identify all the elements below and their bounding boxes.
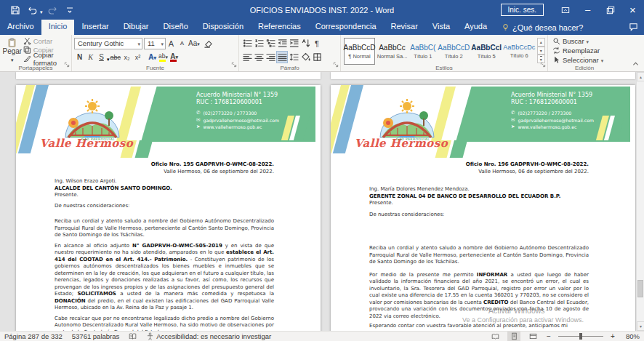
paste-button[interactable]: Pegar: [2, 36, 23, 63]
scroll-up-icon[interactable]: [637, 72, 644, 81]
zoom-out-button[interactable]: −: [545, 332, 552, 340]
font-dialog-launcher-icon[interactable]: [231, 57, 237, 71]
font-name-combo[interactable]: Century Gothic: [74, 38, 142, 49]
tab-dibujar[interactable]: Dibujar: [116, 20, 156, 35]
paragraph[interactable]: Esperando contar con vuestra favorable a…: [369, 323, 589, 330]
undo-icon[interactable]: [25, 2, 41, 18]
tab-ayuda[interactable]: Ayuda: [457, 20, 494, 35]
highlight-button[interactable]: ab: [158, 52, 169, 63]
text-effects-button[interactable]: A: [147, 52, 158, 63]
tab-disposicion[interactable]: Disposición: [196, 20, 251, 35]
salutation[interactable]: De nuestras consideraciones:: [55, 203, 274, 210]
cut-button[interactable]: Cortar: [23, 37, 69, 46]
recipient-block[interactable]: Ing. Wilson Erazo Argoti. ALCALDE DEL CA…: [55, 178, 274, 199]
proofing-status-icon[interactable]: [129, 332, 137, 340]
bullets-icon[interactable]: [241, 37, 253, 49]
justify-icon[interactable]: [276, 51, 288, 63]
increase-indent-icon[interactable]: [288, 37, 299, 49]
vertical-scrollbar[interactable]: [636, 72, 644, 331]
style-titulo-2[interactable]: AaBbCcD Título 2: [438, 38, 470, 65]
restore-button[interactable]: [599, 0, 621, 20]
shading-icon[interactable]: [299, 51, 311, 63]
superscript-button[interactable]: x²: [132, 52, 143, 63]
page-indicator[interactable]: Página 287 de 332: [4, 332, 63, 340]
paragraph-dialog-launcher-icon[interactable]: [333, 57, 339, 71]
sort-icon[interactable]: [299, 37, 311, 49]
salutation[interactable]: De nuestras consideraciones:: [369, 212, 589, 219]
borders-icon[interactable]: [311, 51, 323, 63]
recipient-block[interactable]: Ing. María Dolores Menendez Mendoza. GER…: [369, 186, 589, 207]
subscript-button[interactable]: x₂: [121, 52, 132, 63]
comments-icon[interactable]: [629, 20, 644, 35]
style-normal-sa[interactable]: AaBbCc Normal Sa...: [377, 38, 408, 65]
decrease-indent-icon[interactable]: [276, 37, 288, 49]
tab-archivo[interactable]: Archivo: [0, 20, 41, 35]
styles-scroll-up-icon[interactable]: [537, 38, 545, 47]
shrink-font-button[interactable]: A: [177, 38, 188, 49]
replace-button[interactable]: Reemplazar: [550, 46, 619, 55]
paragraph[interactable]: Cabe recalcar que por no encontrarse leg…: [55, 316, 274, 332]
save-icon[interactable]: [7, 2, 23, 18]
oficio-header[interactable]: Oficio Nro. 196 GADPRVH-O-WMC-08-2022. V…: [369, 161, 589, 175]
tab-correspondencia[interactable]: Correspondencia: [308, 20, 384, 35]
close-button[interactable]: [621, 0, 644, 20]
paragraph[interactable]: Por medio de la presente me permito INFO…: [369, 272, 589, 321]
style-titulo-1[interactable]: AaBbC( Título 1: [409, 38, 437, 65]
styles-dialog-launcher-icon[interactable]: [540, 57, 546, 71]
underline-button[interactable]: S: [96, 52, 107, 63]
font-color-button[interactable]: A: [169, 52, 180, 63]
multilevel-list-icon[interactable]: [265, 37, 276, 49]
style-normal[interactable]: AaBbCcD ¶ Normal: [344, 38, 375, 65]
redo-icon[interactable]: [44, 2, 60, 18]
paragraph[interactable]: Reciba un cordial y atento saludo a nomb…: [55, 218, 274, 239]
italic-button[interactable]: K: [85, 52, 96, 63]
document-canvas[interactable]: Acuerdo Ministerial N° 1359 RUC : 176812…: [0, 72, 644, 331]
ribbon-display-options-icon[interactable]: [554, 0, 576, 20]
zoom-slider[interactable]: [558, 332, 603, 341]
customize-qat-icon[interactable]: [62, 2, 78, 18]
web-layout-view-icon[interactable]: [526, 332, 539, 341]
line-spacing-icon[interactable]: [288, 51, 299, 63]
style-titulo-5[interactable]: AaBbCcI Título 5: [471, 38, 502, 65]
align-left-icon[interactable]: [241, 51, 253, 63]
word-count[interactable]: 53761 palabras: [72, 332, 120, 340]
scroll-down-icon[interactable]: [637, 321, 644, 331]
tab-referencias[interactable]: Referencias: [251, 20, 308, 35]
paragraph[interactable]: Reciba un cordial y atento saludo a nomb…: [369, 245, 589, 266]
zoom-slider-thumb[interactable]: [579, 333, 582, 340]
styles-scroll-down-icon[interactable]: [537, 47, 545, 55]
clear-formatting-icon[interactable]: [204, 39, 213, 48]
format-painter-button[interactable]: Copiar formato: [23, 54, 69, 63]
oficio-header[interactable]: Oficio Nro. 195 GADPRVH-O-WMC-08-2022. V…: [55, 161, 274, 175]
select-button[interactable]: Seleccionar: [550, 55, 619, 65]
tab-vista[interactable]: Vista: [425, 20, 457, 35]
tab-insertar[interactable]: Insertar: [74, 20, 116, 35]
zoom-in-button[interactable]: +: [609, 332, 616, 340]
bold-button[interactable]: N: [74, 52, 85, 63]
minimize-button[interactable]: [576, 0, 599, 20]
find-button[interactable]: Buscar: [550, 36, 619, 46]
tab-revisar[interactable]: Revisar: [384, 20, 425, 35]
scrollbar-thumb[interactable]: [637, 280, 643, 297]
tell-me-box[interactable]: ¿Qué desea hacer?: [494, 20, 590, 35]
paragraph[interactable]: En alcance al oficio adjunto N° GADPRVH-…: [55, 243, 274, 312]
change-case-button[interactable]: Aa: [188, 38, 201, 49]
sign-in-button[interactable]: Inic. ses.: [501, 4, 544, 16]
font-size-combo[interactable]: 11: [144, 38, 166, 49]
clipboard-dialog-launcher-icon[interactable]: [64, 57, 70, 71]
strikethrough-button[interactable]: abc: [110, 52, 122, 63]
accessibility-status[interactable]: Accesibilidad: es necesario investigar: [146, 332, 271, 340]
zoom-level[interactable]: 80%: [622, 332, 640, 340]
numbering-icon[interactable]: [253, 37, 265, 49]
read-mode-view-icon[interactable]: [488, 332, 502, 341]
print-layout-view-icon[interactable]: [507, 332, 520, 341]
document-page-2[interactable]: Acuerdo Ministerial N° 1359 RUC : 176812…: [331, 85, 635, 331]
grow-font-button[interactable]: A: [166, 38, 177, 49]
tab-inicio[interactable]: Inicio: [41, 20, 75, 35]
document-page-1[interactable]: Acuerdo Ministerial N° 1359 RUC : 176812…: [16, 85, 321, 331]
align-center-icon[interactable]: [253, 51, 265, 63]
style-titulo-6[interactable]: AaBbCcDc Título 6: [504, 38, 535, 65]
undo-caret-icon[interactable]: [40, 4, 43, 17]
align-right-icon[interactable]: [265, 51, 276, 63]
tab-diseno[interactable]: Diseño: [156, 20, 196, 35]
